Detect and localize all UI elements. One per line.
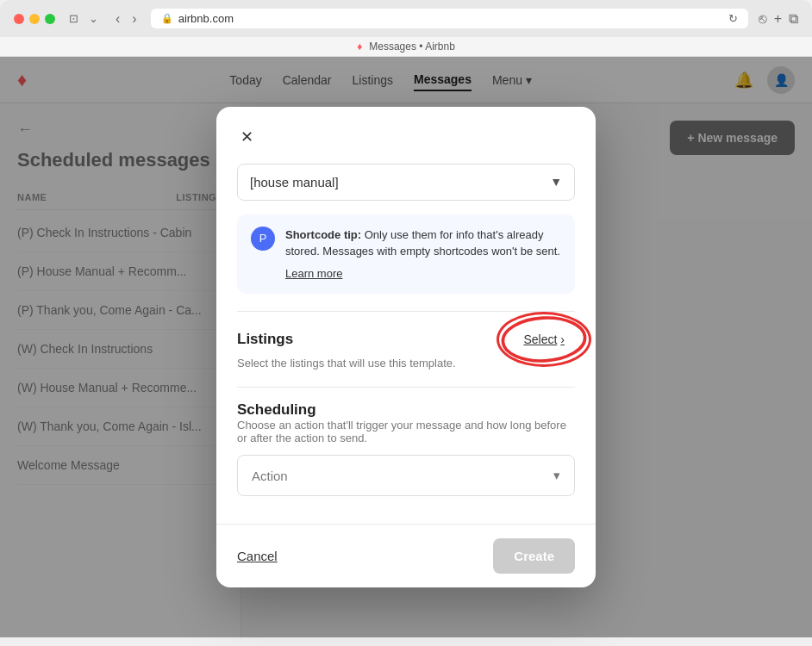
template-selector[interactable]: [house manual] ▼ [237,164,575,201]
address-bar[interactable]: 🔒 airbnb.com ↻ [151,9,748,28]
modal-dialog: ✕ [house manual] ▼ P Shortcode tip: Only… [216,107,596,588]
listings-title: Listings [237,331,293,348]
new-tab-icon[interactable]: + [774,11,782,27]
scheduling-title: Scheduling [237,401,575,419]
share-icon[interactable]: ⎋ [759,11,767,27]
tip-icon: P [251,227,275,251]
maximize-traffic-light[interactable] [45,14,55,24]
tab-title: Messages • Airbnb [369,40,455,53]
action-dropdown[interactable]: Action ▾ [237,455,575,496]
browser-chrome: ⊡ ⌄ ‹ › 🔒 airbnb.com ↻ ⎋ + ⧉ [0,0,812,37]
url-text: airbnb.com [178,12,234,25]
traffic-lights [14,14,55,24]
scheduling-section: Scheduling Choose an action that'll trig… [237,387,575,510]
tabs-icon[interactable]: ⧉ [789,11,798,27]
browser-actions: ⎋ + ⧉ [759,11,798,27]
tab-bar: ♦ Messages • Airbnb [0,37,812,57]
shortcode-tip-box: P Shortcode tip: Only use them for info … [237,214,575,295]
modal-overlay[interactable]: ✕ [house manual] ▼ P Shortcode tip: Only… [0,103,812,637]
modal-header: ✕ [216,107,596,150]
listings-section-header: Listings Select › [237,326,575,353]
modal-close-button[interactable]: ✕ [237,124,257,150]
learn-more-link[interactable]: Learn more [285,265,561,283]
chevron-down-icon[interactable]: ⌄ [85,10,102,27]
template-value: [house manual] [250,175,339,189]
minimize-traffic-light[interactable] [29,14,40,24]
back-arrow-icon[interactable]: ‹ [112,9,123,28]
action-dropdown-icon: ▾ [553,468,560,483]
action-placeholder: Action [252,469,288,483]
select-button-wrap: Select › [513,326,575,353]
close-traffic-light[interactable] [14,14,24,24]
create-button[interactable]: Create [493,538,575,574]
window-controls: ⊡ ⌄ [66,10,102,27]
listings-section: Listings Select › [237,311,575,387]
nav-arrows: ‹ › [112,9,141,28]
template-dropdown-icon: ▼ [550,175,562,189]
tip-content: Shortcode tip: Only use them for info th… [285,227,561,283]
forward-arrow-icon[interactable]: › [128,9,140,28]
refresh-icon[interactable]: ↻ [728,12,738,25]
select-listings-button[interactable]: Select › [513,326,575,353]
cancel-button[interactable]: Cancel [237,549,278,563]
listings-description: Select the listings that will use this t… [237,357,575,370]
scheduling-description: Choose an action that'll trigger your me… [237,419,575,444]
app-container: ♦ Today Calendar Listings Messages Menu … [0,57,812,637]
main-content: ← Scheduled messages NAME LISTINGS (P) C… [0,103,812,637]
modal-body: [house manual] ▼ P Shortcode tip: Only u… [216,150,596,525]
lock-icon: 🔒 [161,13,173,24]
sidebar-toggle-icon[interactable]: ⊡ [66,10,82,27]
browser-toolbar: ⊡ ⌄ ‹ › 🔒 airbnb.com ↻ ⎋ + ⧉ [14,9,798,37]
modal-footer: Cancel Create [216,524,596,587]
airbnb-logo-small: ♦ [357,40,362,53]
tip-bold: Shortcode tip: Only use them for info th… [285,228,560,258]
select-arrow-icon: › [560,332,565,346]
